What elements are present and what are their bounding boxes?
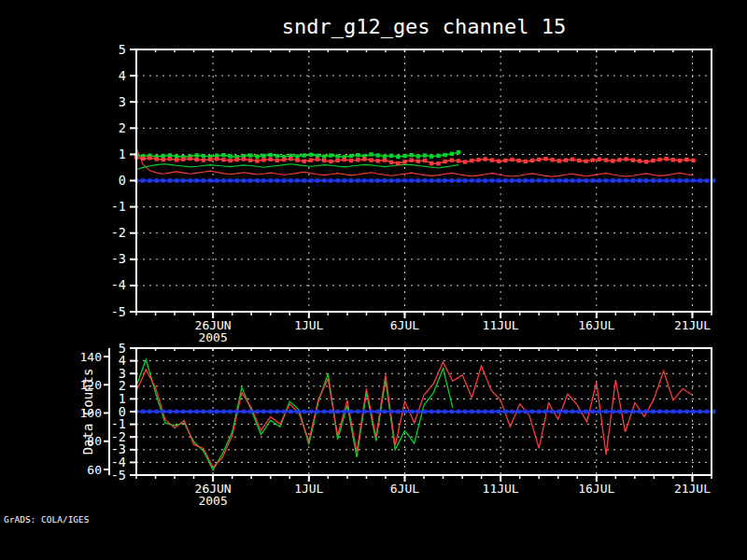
y-tick-label: -3 — [111, 251, 126, 266]
square-marker — [598, 410, 601, 413]
square-marker — [510, 158, 514, 161]
square-marker — [343, 178, 346, 182]
square-marker — [678, 410, 682, 413]
square-marker — [457, 178, 460, 182]
square-marker — [396, 178, 400, 182]
square-marker — [443, 153, 446, 157]
x-tick-label: 6JUL — [390, 318, 419, 332]
square-marker — [503, 410, 507, 413]
square-marker — [691, 178, 695, 182]
square-marker — [530, 159, 534, 162]
square-marker — [430, 154, 433, 158]
square-marker — [335, 178, 339, 182]
square-marker — [503, 159, 507, 162]
square-marker — [457, 410, 460, 413]
square-marker — [228, 159, 232, 162]
square-marker — [235, 410, 239, 413]
square-marker — [208, 410, 212, 413]
square-marker — [148, 178, 151, 182]
square-marker — [537, 158, 541, 161]
square-marker — [543, 178, 547, 182]
square-marker — [430, 178, 433, 182]
square-marker — [457, 159, 460, 162]
square-marker — [591, 158, 595, 161]
square-marker — [362, 410, 366, 413]
square-marker — [497, 410, 500, 413]
square-marker — [289, 157, 292, 161]
square-marker — [362, 157, 366, 161]
square-marker — [550, 410, 554, 413]
square-marker — [309, 178, 313, 182]
square-marker — [665, 410, 669, 413]
x-tick-sublabel: 2005 — [198, 494, 227, 508]
series-blue-zero-reference-line — [134, 178, 716, 182]
square-marker — [705, 410, 709, 413]
square-marker — [261, 178, 265, 182]
square-marker — [389, 410, 393, 413]
square-marker — [484, 178, 487, 182]
square-marker — [329, 153, 332, 157]
square-marker — [154, 178, 158, 182]
square-marker — [644, 178, 648, 182]
square-marker — [255, 159, 259, 162]
square-marker — [383, 158, 387, 161]
square-marker — [261, 158, 265, 161]
square-marker — [463, 410, 467, 413]
square-marker — [631, 178, 635, 182]
square-marker — [389, 178, 393, 182]
square-marker — [543, 410, 547, 413]
square-marker — [516, 159, 520, 162]
square-marker — [657, 410, 661, 413]
square-marker — [303, 410, 306, 413]
square-marker — [269, 410, 273, 413]
square-marker — [369, 152, 373, 156]
square-marker — [476, 178, 480, 182]
square-marker — [705, 178, 709, 182]
square-marker — [402, 178, 406, 182]
square-marker — [389, 154, 393, 158]
square-marker — [175, 178, 178, 182]
square-marker — [221, 410, 225, 413]
outer-axis-title: Data Counts — [80, 369, 95, 455]
x-tick-label: 16JUL — [578, 482, 614, 496]
square-marker — [188, 157, 191, 161]
square-marker — [316, 158, 319, 161]
square-marker — [657, 178, 661, 182]
square-marker — [269, 153, 273, 157]
square-marker — [624, 157, 627, 161]
square-marker — [436, 178, 440, 182]
square-marker — [261, 154, 265, 158]
square-marker — [416, 410, 420, 413]
square-marker — [436, 410, 440, 413]
x-tick-label: 11JUL — [483, 318, 519, 332]
square-marker — [617, 410, 621, 413]
square-marker — [335, 410, 339, 413]
y-tick-label: -2 — [111, 225, 126, 240]
square-marker — [181, 178, 185, 182]
square-marker — [624, 410, 627, 413]
square-marker — [376, 178, 380, 182]
square-marker — [402, 410, 406, 413]
square-marker — [484, 157, 487, 161]
square-marker — [450, 410, 454, 413]
series-line — [136, 147, 694, 176]
square-marker — [282, 410, 286, 413]
square-marker — [202, 158, 205, 161]
square-marker — [195, 410, 199, 413]
square-marker — [322, 154, 326, 158]
square-marker — [221, 178, 225, 182]
square-marker — [651, 410, 655, 413]
x-tick-label: 21JUL — [674, 318, 711, 332]
square-marker — [584, 160, 587, 163]
square-marker — [141, 178, 145, 182]
square-marker — [295, 154, 299, 158]
square-marker — [644, 160, 648, 163]
x-tick-label: 1JUL — [294, 482, 323, 496]
series-green-jagged-line — [136, 359, 453, 469]
square-marker — [577, 159, 581, 162]
square-marker — [356, 158, 359, 161]
x-tick-sublabel: 2005 — [198, 330, 227, 344]
square-marker — [584, 410, 587, 413]
square-marker — [269, 158, 273, 161]
y-tick-label: -1 — [111, 199, 126, 214]
